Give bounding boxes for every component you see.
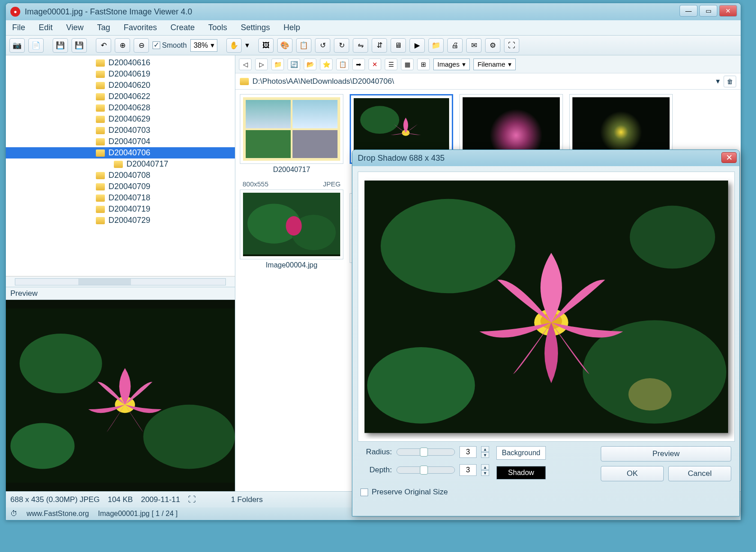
move-icon[interactable]: ➡ [352, 59, 365, 70]
back-icon[interactable]: ◁ [239, 59, 252, 70]
menu-favorites[interactable]: Favorites [121, 22, 160, 33]
tree-item[interactable]: D20040622 [6, 91, 235, 102]
zoomout-icon[interactable]: ⊖ [134, 38, 149, 53]
fav-icon[interactable]: ⭐ [320, 59, 333, 70]
depth-input[interactable] [459, 464, 477, 476]
path-bar[interactable]: D:\Photos\AA\NetDownloads\D20040706\ ▾ 🗑 [235, 73, 741, 90]
new-icon[interactable]: 📄 [28, 38, 44, 53]
fullscreen-icon[interactable]: ⛶ [188, 495, 196, 504]
copy-icon[interactable]: 📋 [336, 59, 349, 70]
preview-image[interactable] [6, 300, 235, 491]
tree-item[interactable]: D20040628 [6, 102, 235, 113]
tree-item[interactable]: D20040704 [6, 136, 235, 147]
forward-icon[interactable]: ▷ [255, 59, 268, 70]
thumb-card[interactable]: D20040717 [240, 94, 343, 174]
radius-slider[interactable] [396, 448, 455, 456]
menu-tag[interactable]: Tag [94, 22, 113, 33]
menu-edit[interactable]: Edit [36, 22, 55, 33]
zoom-combo[interactable]: 38%▾ [190, 39, 217, 52]
thumb-card[interactable]: 800x555JPEG Image00004.jpg [240, 180, 343, 273]
ok-button[interactable]: OK [601, 466, 664, 481]
tree-item[interactable]: D20040620 [6, 80, 235, 91]
tool-icon-1[interactable]: 🖼 [258, 38, 274, 53]
preserve-checkbox[interactable] [360, 489, 368, 496]
shadow-swatch[interactable]: Shadow [496, 466, 546, 480]
tree-item[interactable]: D20040703 [6, 125, 235, 136]
preserve-row[interactable]: Preserve Original Size [358, 486, 734, 498]
depth-up[interactable]: ▲ [481, 464, 489, 470]
rotate-left-icon[interactable]: ↺ [315, 38, 330, 53]
preview-button[interactable]: Preview [601, 446, 731, 462]
path-text: D:\Photos\AA\NetDownloads\D20040706\ [252, 77, 394, 86]
tree-item[interactable]: D20040616 [6, 57, 235, 68]
menu-view[interactable]: View [63, 22, 86, 33]
zoomin-icon[interactable]: ⊕ [115, 38, 130, 53]
tool-icon-2[interactable]: 🎨 [277, 38, 292, 53]
sort-combo[interactable]: Filename▾ [473, 59, 516, 70]
depth-slider[interactable] [396, 466, 455, 474]
chevron-down-icon[interactable]: ▾ [716, 77, 720, 86]
cancel-button[interactable]: Cancel [668, 466, 731, 481]
thumb-frame[interactable] [240, 190, 343, 259]
tree-item-selected[interactable]: D20040706 [6, 147, 235, 158]
view3-icon[interactable]: ⊞ [417, 59, 430, 70]
saveas-icon[interactable]: 💾 [72, 38, 87, 53]
screen-icon[interactable]: 🖥 [391, 38, 406, 53]
newfolder-icon[interactable]: 📂 [304, 59, 316, 70]
tree-item[interactable]: D20040718 [6, 192, 235, 204]
up-icon[interactable]: 📁 [271, 59, 284, 70]
status-size: 104 KB [108, 495, 133, 504]
filter-combo[interactable]: Images▾ [433, 59, 470, 70]
smooth-toggle[interactable]: ✓ Smooth [153, 41, 187, 50]
tree-item-child[interactable]: D20040717 [6, 158, 235, 170]
refresh-icon[interactable]: 🔄 [288, 59, 300, 70]
tree-item[interactable]: D20040708 [6, 170, 235, 181]
url-text[interactable]: www.FastStone.org [27, 510, 89, 518]
delete-icon[interactable]: ✕ [369, 59, 381, 70]
menu-help[interactable]: Help [281, 22, 303, 33]
tree-item[interactable]: D20040709 [6, 181, 235, 192]
tool-icon-3[interactable]: 📋 [296, 38, 311, 53]
rotate-right-icon[interactable]: ↻ [334, 38, 349, 53]
dialog-titlebar[interactable]: Drop Shadow 688 x 435 ✕ [352, 150, 739, 166]
background-swatch[interactable]: Background [496, 446, 546, 460]
view2-icon[interactable]: ▦ [401, 59, 414, 70]
acquire-icon[interactable]: 📷 [9, 38, 25, 53]
settings-icon[interactable]: ⚙ [485, 38, 500, 53]
fullscreen-icon[interactable]: ⛶ [504, 38, 519, 53]
tree-scrollbar[interactable] [6, 276, 235, 287]
menu-settings[interactable]: Settings [238, 22, 273, 33]
maximize-button[interactable]: ▭ [699, 5, 717, 17]
smooth-checkbox[interactable]: ✓ [153, 41, 160, 49]
menu-file[interactable]: File [9, 22, 28, 33]
email-icon[interactable]: ✉ [466, 38, 482, 53]
thumb-meta: 800x555JPEG [240, 180, 343, 188]
folder-icon[interactable]: 📁 [428, 38, 444, 53]
chevron-down-icon[interactable]: ▾ [245, 41, 249, 50]
minimize-button[interactable]: — [680, 5, 698, 17]
flip-h-icon[interactable]: ⇋ [353, 38, 368, 53]
radius-down[interactable]: ▼ [481, 452, 489, 458]
radius-up[interactable]: ▲ [481, 446, 489, 452]
folder-tree[interactable]: D20040616 D20040619 D20040620 D20040622 … [6, 55, 235, 276]
dialog-close-button[interactable]: ✕ [721, 152, 737, 163]
tree-item[interactable]: D20040719 [6, 204, 235, 215]
lotus-image [6, 300, 235, 491]
print-icon[interactable]: 🖨 [447, 38, 463, 53]
tree-item[interactable]: D20040729 [6, 215, 235, 226]
flip-v-icon[interactable]: ⇵ [372, 38, 387, 53]
tree-item[interactable]: D20040629 [6, 113, 235, 125]
hand-icon[interactable]: ✋ [226, 38, 242, 53]
depth-down[interactable]: ▼ [481, 470, 489, 476]
save-icon[interactable]: 💾 [53, 38, 68, 53]
undo-icon[interactable]: ↶ [96, 38, 111, 53]
radius-input[interactable] [459, 446, 477, 458]
view1-icon[interactable]: ☰ [385, 59, 397, 70]
menu-tools[interactable]: Tools [206, 22, 230, 33]
tree-item[interactable]: D20040619 [6, 68, 235, 80]
recycle-icon[interactable]: 🗑 [724, 76, 736, 87]
close-button[interactable]: ✕ [719, 5, 737, 17]
slideshow-icon[interactable]: ▶ [410, 38, 425, 53]
thumb-frame[interactable] [240, 94, 343, 164]
menu-create[interactable]: Create [168, 22, 198, 33]
